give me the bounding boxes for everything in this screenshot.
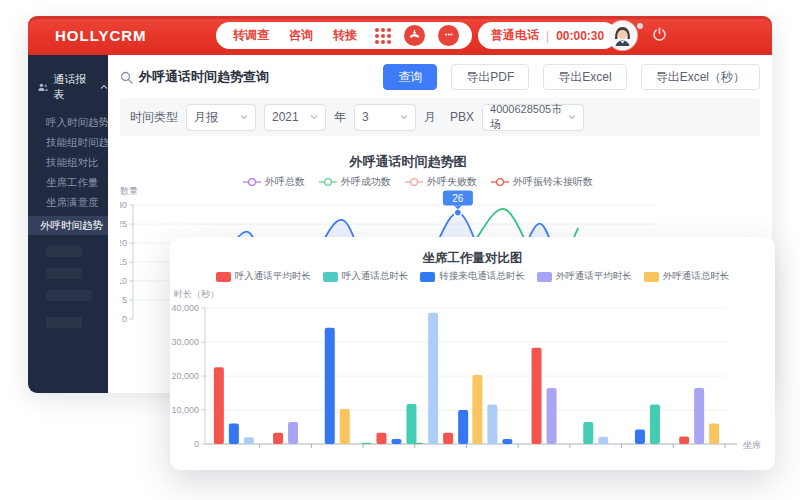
- year-select[interactable]: 2021: [264, 104, 326, 131]
- bar: [413, 443, 423, 444]
- bar: [532, 348, 542, 444]
- call-action-1[interactable]: 咨询: [280, 27, 322, 44]
- time-type-select[interactable]: 月报: [186, 104, 256, 131]
- bar: [428, 313, 438, 444]
- chat-icon[interactable]: [438, 25, 459, 46]
- sidebar-skeleton: [46, 317, 82, 328]
- legend-swatch: [537, 272, 552, 282]
- sidebar: 通话报表 呼入时间趋势技能组时间趋势技能组对比坐席工作量坐席满意度外呼时间趋势: [28, 55, 108, 393]
- legend-label: 外呼通话平均时长: [556, 270, 632, 283]
- query-header: 外呼通话时间趋势查询 查询 导出PDF 导出Excel 导出Excel（秒）: [120, 63, 760, 91]
- legend-swatch: [420, 272, 435, 282]
- svg-text:10,000: 10,000: [171, 405, 199, 415]
- bar-chart-title: 坐席工作量对比图: [170, 250, 775, 267]
- search-button[interactable]: 查询: [383, 64, 437, 90]
- legend-item[interactable]: 外呼通话平均时长: [537, 270, 632, 283]
- sidebar-skeletons: [28, 246, 108, 328]
- chevron-down-icon: [568, 113, 576, 121]
- svg-text:时长（秒）: 时长（秒）: [174, 289, 219, 299]
- export-excel-button[interactable]: 导出Excel: [543, 64, 626, 90]
- avatar[interactable]: [608, 21, 637, 50]
- legend-label: 呼入通话平均时长: [235, 270, 311, 283]
- bar: [650, 405, 660, 444]
- sidebar-skeleton: [46, 268, 82, 279]
- pbx-select[interactable]: 4000628505市场: [482, 104, 584, 131]
- legend-label: 呼入通话总时长: [342, 270, 409, 283]
- legend-swatch: [644, 272, 659, 282]
- power-icon[interactable]: [652, 27, 667, 46]
- chevron-down-icon: [400, 113, 408, 121]
- bar: [229, 424, 239, 444]
- month-value: 3: [362, 110, 369, 124]
- svg-text:40,000: 40,000: [171, 303, 199, 313]
- svg-text:30,000: 30,000: [171, 337, 199, 347]
- topbar-icon-pill: [362, 22, 472, 49]
- export-pdf-button[interactable]: 导出PDF: [451, 64, 529, 90]
- pbx-label: PBX: [450, 110, 474, 124]
- bar: [361, 443, 371, 444]
- call-action-2[interactable]: 转接: [324, 27, 366, 44]
- call-action-0[interactable]: 转调查: [224, 27, 278, 44]
- bar: [458, 410, 468, 444]
- sidebar-skeleton: [46, 246, 82, 257]
- apps-grid-icon[interactable]: [375, 28, 391, 44]
- sidebar-item[interactable]: 坐席满意度: [28, 192, 108, 212]
- chart-tooltip: 26: [443, 191, 473, 210]
- legend-item[interactable]: 转接来电通话总时长: [420, 270, 525, 283]
- bar: [583, 422, 593, 444]
- bar-chart-legend: 呼入通话平均时长呼入通话总时长转接来电通话总时长外呼通话平均时长外呼通话总时长: [170, 270, 775, 283]
- agent-workload-card: 坐席工作量对比图 呼入通话平均时长呼入通话总时长转接来电通话总时长外呼通话平均时…: [170, 237, 775, 470]
- svg-text:26: 26: [452, 193, 464, 204]
- svg-text:20,000: 20,000: [171, 371, 199, 381]
- sidebar-item[interactable]: 技能组对比: [28, 152, 108, 172]
- phone-status-label: 普通电话: [491, 27, 539, 44]
- topbar: HOLLYCRM 转调查咨询转接保持 普通电话 | 00:00:30: [28, 16, 772, 55]
- svg-text:15: 15: [120, 257, 127, 267]
- chevron-down-icon: [240, 113, 248, 121]
- year-suffix-label: 年: [334, 109, 346, 126]
- bar: [214, 367, 224, 444]
- sidebar-item[interactable]: 坐席工作量: [28, 172, 108, 192]
- legend-swatch: [323, 272, 338, 282]
- legend-item[interactable]: 呼入通话总时长: [323, 270, 409, 283]
- bar: [244, 437, 254, 444]
- legend-item[interactable]: 外呼通话总时长: [644, 270, 730, 283]
- legend-label: 外呼通话总时长: [663, 270, 730, 283]
- sidebar-item[interactable]: 外呼时间趋势: [28, 216, 108, 235]
- bar: [679, 437, 689, 444]
- bar: [502, 439, 512, 444]
- bar: [288, 422, 298, 444]
- hangup-phone-icon[interactable]: [404, 25, 425, 46]
- sidebar-item[interactable]: 呼入时间趋势: [28, 112, 108, 132]
- bar: [273, 433, 283, 444]
- bar: [406, 404, 416, 444]
- sidebar-item[interactable]: 技能组时间趋势: [28, 132, 108, 152]
- bar: [709, 424, 719, 444]
- year-value: 2021: [272, 110, 299, 124]
- line-chart-title: 外呼通话时间趋势图: [108, 153, 708, 171]
- month-suffix-label: 月: [424, 109, 436, 126]
- report-users-icon: [38, 82, 48, 93]
- bar: [376, 433, 386, 444]
- bar: [472, 375, 482, 444]
- presence-dot: [637, 23, 643, 29]
- month-select[interactable]: 3: [354, 104, 416, 131]
- time-type-label: 时间类型: [130, 109, 178, 126]
- svg-text:10: 10: [120, 276, 127, 286]
- pbx-value: 4000628505市场: [490, 102, 564, 132]
- phone-status-pill: 普通电话 | 00:00:30: [478, 22, 617, 49]
- chevron-up-icon: [100, 83, 108, 91]
- sidebar-group-label: 通话报表: [53, 72, 91, 102]
- filter-bar: 时间类型 月报 2021 年 3 月 PBX 4000628505市场: [120, 98, 760, 136]
- bar-chart: 010,00020,00030,00040,000时长（秒）坐席: [170, 285, 775, 465]
- sidebar-group-report[interactable]: 通话报表: [28, 55, 108, 112]
- legend-item[interactable]: 呼入通话平均时长: [216, 270, 311, 283]
- svg-text:30: 30: [120, 200, 127, 210]
- bar: [487, 405, 497, 444]
- svg-text:坐席: 坐席: [743, 440, 761, 450]
- svg-text:数量: 数量: [120, 186, 138, 196]
- export-excel-sec-button[interactable]: 导出Excel（秒）: [641, 64, 760, 90]
- legend-swatch: [216, 272, 231, 282]
- app-logo: HOLLYCRM: [55, 27, 147, 44]
- svg-text:0: 0: [122, 314, 127, 324]
